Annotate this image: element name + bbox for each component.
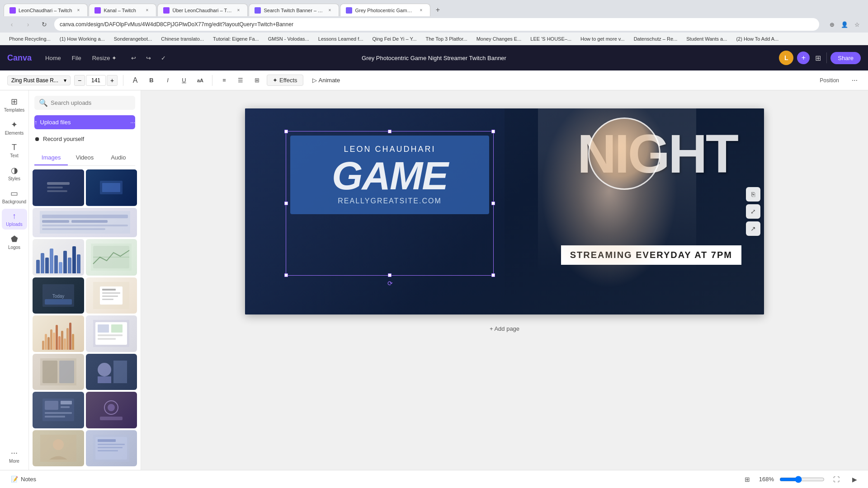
tab-2[interactable]: Kanal – Twitch ×: [89, 4, 156, 16]
upload-files-button[interactable]: ↑ Upload files ···: [34, 115, 135, 129]
redo-button[interactable]: ↪: [142, 53, 156, 63]
upload-thumb-11[interactable]: [86, 354, 137, 390]
tab-images[interactable]: Images: [34, 150, 68, 165]
font-size-input[interactable]: [86, 75, 106, 86]
indent-btn[interactable]: ⊞: [250, 74, 263, 87]
upload-thumb-14[interactable]: [33, 430, 84, 467]
bookmark-5[interactable]: Tutorial: Eigene Fa...: [209, 35, 263, 42]
sidebar-item-templates[interactable]: ⊞ Templates: [2, 94, 27, 115]
tab-4[interactable]: Search Twitch Banner – Canva ×: [249, 4, 339, 16]
bookmark-4[interactable]: Chinese translato...: [157, 35, 208, 42]
underline-btn[interactable]: U: [178, 74, 190, 87]
bookmark-9[interactable]: The Top 3 Platfor...: [422, 35, 471, 42]
present-btn[interactable]: ▶: [848, 473, 861, 486]
bookmark-8[interactable]: Qing Fei De Yi – Y...: [368, 35, 420, 42]
star-btn[interactable]: ☆: [852, 19, 863, 30]
add-page-button[interactable]: + Add page: [245, 322, 764, 336]
new-tab-button[interactable]: +: [431, 4, 444, 16]
copy-canvas-btn[interactable]: ⎘: [746, 187, 760, 202]
bookmark-12[interactable]: How to get more v...: [577, 35, 628, 42]
tab-5[interactable]: Grey Photocentric Game Night... ×: [340, 4, 430, 16]
bookmark-13[interactable]: Datenschutz – Re...: [630, 35, 681, 42]
tab-1[interactable]: LeonChaudhari – Twitch ×: [4, 4, 88, 16]
fullscreen-btn[interactable]: ⛶: [830, 473, 843, 486]
grid-view-icon[interactable]: ⊞: [813, 52, 823, 64]
user-avatar[interactable]: L: [779, 51, 793, 65]
tab-close-5[interactable]: ×: [417, 7, 425, 14]
search-input[interactable]: [51, 99, 131, 106]
bookmark-7[interactable]: Lessons Learned f...: [315, 35, 367, 42]
tab-3[interactable]: Über LeonChaudhari – Twitch ×: [157, 4, 248, 16]
bookmark-15[interactable]: (2) How To Add A...: [732, 35, 782, 42]
bookmark-10[interactable]: Money Changes E...: [473, 35, 525, 42]
sidebar-item-text[interactable]: T Text: [2, 140, 27, 161]
sidebar-item-background[interactable]: ▭ Background: [2, 186, 27, 207]
reload-button[interactable]: ↻: [38, 18, 51, 31]
sidebar-item-styles[interactable]: ◑ Styles: [2, 163, 27, 184]
list-btn[interactable]: ☰: [234, 74, 247, 87]
tab-close-1[interactable]: ×: [75, 7, 82, 14]
forward-button[interactable]: ›: [22, 18, 34, 31]
sidebar-item-elements[interactable]: ✦ Elements: [2, 117, 27, 138]
upload-thumb-5[interactable]: [86, 239, 137, 276]
back-button[interactable]: ‹: [5, 18, 18, 31]
sidebar-item-logos[interactable]: ⬟ Logos: [2, 231, 27, 253]
record-yourself-button[interactable]: ⏺ Record yourself: [34, 133, 135, 145]
home-button[interactable]: Home: [41, 53, 66, 63]
position-button[interactable]: Position: [814, 75, 844, 85]
font-size-increase[interactable]: +: [107, 75, 118, 86]
more-toolbar-options[interactable]: ⋯: [848, 74, 861, 87]
add-collaborator-button[interactable]: +: [797, 52, 810, 64]
tab-close-3[interactable]: ×: [235, 7, 242, 14]
bold-btn[interactable]: B: [145, 74, 158, 87]
upload-thumb-8[interactable]: [33, 315, 84, 352]
bookmark-1[interactable]: Phone Recycling...: [5, 35, 54, 42]
upload-thumb-15[interactable]: [86, 430, 137, 467]
address-bar[interactable]: canva.com/design/DAFOlpFvMus/4W4dD8CPjJG…: [54, 18, 819, 31]
align-btn[interactable]: ≡: [218, 74, 231, 87]
bookmark-2[interactable]: (1) How Working a...: [56, 35, 108, 42]
extensions-btn[interactable]: ⊕: [826, 19, 837, 30]
sidebar-item-uploads[interactable]: ↑ Uploads: [2, 209, 27, 230]
tab-videos[interactable]: Videos: [68, 150, 101, 165]
upload-thumb-13[interactable]: [86, 392, 137, 428]
upload-thumb-4[interactable]: [33, 239, 84, 276]
font-family-selector[interactable]: Zing Rust Base R... ▾: [7, 75, 71, 85]
design-canvas[interactable]: NIGHT LEON CHAUDHARI GAME REALLYGREATSIT…: [245, 108, 764, 314]
file-button[interactable]: File: [67, 53, 86, 63]
upload-thumb-2[interactable]: [86, 169, 137, 206]
resize-button[interactable]: Resize ✦: [88, 53, 121, 63]
expand-canvas-btn[interactable]: ⤢: [746, 204, 760, 219]
upload-thumb-9[interactable]: [86, 315, 137, 352]
upload-thumb-12[interactable]: [33, 392, 84, 428]
bookmark-3[interactable]: Sonderangebot...: [110, 35, 156, 42]
upload-thumb-3[interactable]: [33, 208, 137, 238]
sidebar-item-more[interactable]: ··· More: [2, 446, 27, 466]
upload-thumb-7[interactable]: [86, 277, 137, 314]
notes-button[interactable]: 📝 Notes: [7, 474, 40, 484]
tab-close-2[interactable]: ×: [143, 7, 151, 14]
animate-button[interactable]: ▷ Animate: [307, 75, 346, 85]
upload-thumb-6[interactable]: Today: [33, 277, 84, 314]
effects-button[interactable]: ✦ Effects: [267, 75, 303, 86]
upload-thumb-10[interactable]: [33, 354, 84, 390]
all-caps-btn[interactable]: aA: [194, 74, 207, 87]
text-color-btn[interactable]: A: [129, 74, 142, 87]
upload-thumb-1[interactable]: [33, 169, 84, 206]
canvas-area[interactable]: NIGHT LEON CHAUDHARI GAME REALLYGREATSIT…: [141, 90, 868, 470]
italic-btn[interactable]: I: [161, 74, 174, 87]
tab-close-4[interactable]: ×: [326, 7, 333, 14]
blue-banner-box[interactable]: LEON CHAUDHARI GAME REALLYGREATSITE.COM: [290, 136, 489, 214]
zoom-slider[interactable]: [779, 476, 825, 483]
font-size-decrease[interactable]: −: [74, 75, 85, 86]
bookmark-14[interactable]: Student Wants a...: [683, 35, 731, 42]
tab-audio[interactable]: Audio: [102, 150, 135, 165]
bookmark-6[interactable]: GMSN - Volodas...: [264, 35, 313, 42]
search-box[interactable]: 🔍: [34, 96, 135, 110]
bookmark-11[interactable]: LEE 'S HOUSE–...: [527, 35, 575, 42]
profile-btn[interactable]: 👤: [839, 19, 850, 30]
grid-layout-btn[interactable]: ⊞: [741, 473, 754, 486]
undo-button[interactable]: ↩: [127, 53, 141, 63]
share-canvas-btn[interactable]: ↗: [746, 221, 760, 236]
share-button[interactable]: Share: [830, 52, 861, 64]
